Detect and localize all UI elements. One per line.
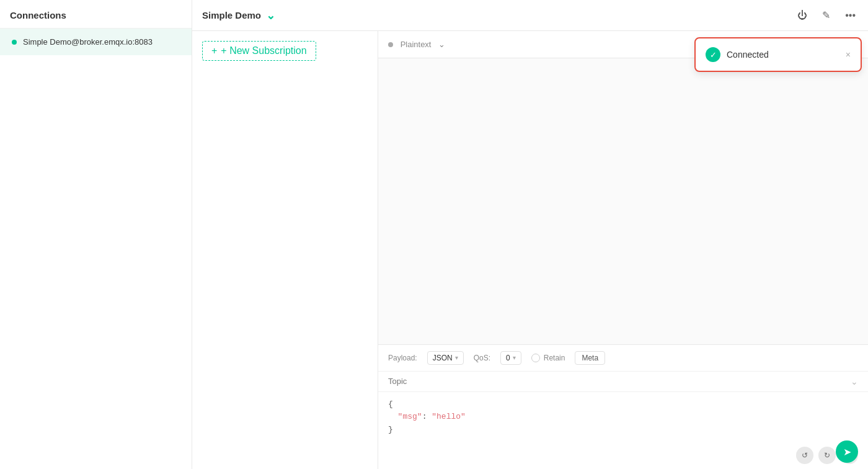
qos-selector[interactable]: 0 ▾	[500, 351, 521, 365]
sidebar-item-label: Simple Demo@broker.emqx.io:8083	[23, 37, 153, 47]
title-chevron-icon[interactable]: ⌄	[266, 9, 275, 22]
topic-bar: ⌄	[378, 372, 868, 392]
payload-label: Payload:	[388, 354, 417, 362]
format-chevron-icon: ▾	[455, 354, 458, 361]
meta-button[interactable]: Meta	[575, 351, 605, 365]
qos-value: 0	[506, 354, 510, 362]
format-dot	[388, 42, 393, 47]
notification-close-button[interactable]: ×	[846, 50, 851, 60]
main-area: Simple Demo ⌄ ⏻ ✎ ••• + + New Subscripti…	[192, 0, 868, 469]
qos-label: QoS:	[474, 354, 490, 362]
connected-notification: ✓ Connected ×	[694, 37, 862, 72]
connection-status-dot	[12, 40, 17, 45]
new-subscription-button[interactable]: + + New Subscription	[202, 41, 316, 61]
payload-format-selector[interactable]: JSON ▾	[427, 351, 464, 365]
sidebar: Connections Simple Demo@broker.emqx.io:8…	[0, 0, 192, 469]
messages-panel: Plaintext ⌄ ≡ Payload: JSON ▾	[378, 31, 868, 469]
topic-input[interactable]	[388, 377, 851, 386]
payload-line-2: "msg": "hello"	[388, 411, 858, 424]
undo-button[interactable]: ↺	[796, 447, 813, 464]
messages-area	[378, 58, 868, 344]
payload-line-1: {	[388, 398, 858, 411]
expand-icon[interactable]: ⌄	[851, 377, 858, 386]
msg-key: "msg"	[398, 412, 422, 421]
edit-button[interactable]: ✎	[820, 7, 833, 24]
new-subscription-label: + New Subscription	[221, 46, 306, 56]
retain-toggle[interactable]: Retain	[531, 354, 565, 362]
plaintext-chevron-icon: ⌄	[438, 40, 445, 49]
subscriptions-panel: + + New Subscription	[192, 31, 378, 469]
send-icon: ➤	[843, 446, 851, 458]
payload-line-3: }	[388, 424, 858, 437]
sidebar-title: Connections	[0, 0, 192, 29]
payload-format-value: JSON	[433, 354, 453, 362]
redo-button[interactable]: ↻	[818, 447, 836, 464]
connected-check-icon: ✓	[706, 47, 720, 62]
content-split: + + New Subscription Plaintext ⌄ ≡	[192, 31, 868, 469]
more-button[interactable]: •••	[843, 7, 858, 24]
sidebar-item-simple-demo[interactable]: Simple Demo@broker.emqx.io:8083	[0, 29, 192, 55]
power-button[interactable]: ⏻	[795, 7, 810, 24]
retain-radio[interactable]	[531, 354, 540, 362]
top-bar: Simple Demo ⌄ ⏻ ✎ •••	[192, 0, 868, 31]
plaintext-label: Plaintext	[401, 40, 432, 49]
connected-text: Connected	[727, 50, 839, 60]
format-selector[interactable]: Plaintext ⌄	[388, 40, 445, 49]
qos-chevron-icon: ▾	[513, 354, 516, 361]
compose-controls: Payload: JSON ▾ QoS: 0 ▾ Retain	[378, 345, 868, 372]
top-bar-actions: ⏻ ✎ •••	[795, 7, 858, 24]
send-button[interactable]: ➤	[836, 440, 858, 463]
payload-editor[interactable]: { "msg": "hello" }	[378, 392, 868, 443]
plus-icon: +	[211, 46, 217, 56]
compose-area: Payload: JSON ▾ QoS: 0 ▾ Retain	[378, 344, 868, 469]
msg-value: "hello"	[432, 412, 466, 421]
retain-label: Retain	[544, 354, 565, 362]
page-title: Simple Demo ⌄	[202, 9, 275, 22]
title-text: Simple Demo	[202, 10, 261, 20]
